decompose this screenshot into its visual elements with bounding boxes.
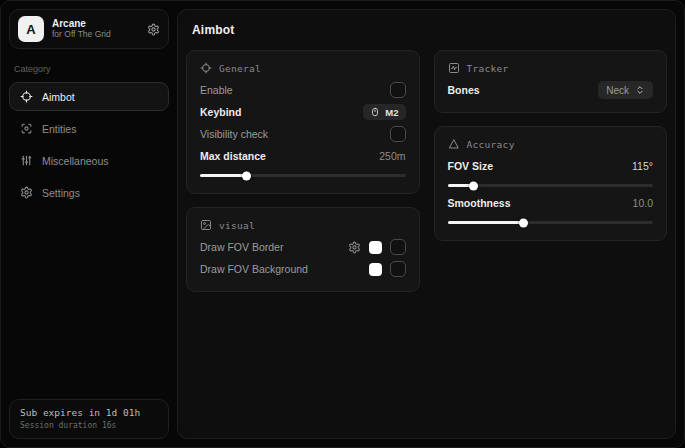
card-title: Tracker xyxy=(467,63,509,74)
chevrons-up-down-icon xyxy=(635,85,645,95)
max-distance-row: Max distance 250m xyxy=(200,145,406,167)
triangle-icon xyxy=(448,138,460,150)
enable-label: Enable xyxy=(200,84,233,96)
enable-row: Enable xyxy=(200,79,406,101)
app-logo-card: A Arcane for Off The Grid xyxy=(9,9,169,49)
draw-fov-border-checkbox[interactable] xyxy=(390,239,406,255)
card-tracker: Tracker Bones Neck xyxy=(434,50,668,113)
sliders-icon xyxy=(20,154,33,167)
sidebar-item-label: Settings xyxy=(42,187,80,199)
card-title: visual xyxy=(219,220,255,231)
gear-icon[interactable] xyxy=(147,23,160,36)
sidebar-item-label: Aimbot xyxy=(42,91,75,103)
keybind-label: Keybind xyxy=(200,106,241,118)
visibility-check-row: Visibility check xyxy=(200,123,406,145)
app-window: A Arcane for Off The Grid Category Aimbo… xyxy=(0,0,685,448)
sidebar-item-settings[interactable]: Settings xyxy=(9,178,169,207)
category-label: Category xyxy=(14,64,164,74)
card-general: General Enable Keybind M2 xyxy=(186,50,420,194)
fov-border-color-swatch[interactable] xyxy=(369,241,382,254)
draw-fov-background-checkbox[interactable] xyxy=(390,261,406,277)
sidebar-item-label: Miscellaneous xyxy=(42,155,109,167)
fov-size-slider[interactable] xyxy=(448,184,654,187)
draw-fov-background-label: Draw FOV Background xyxy=(200,263,308,275)
subscription-info-card: Sub expires in 1d 01h Session duration 1… xyxy=(9,399,169,439)
smoothness-row: Smoothness 10.0 xyxy=(448,192,654,214)
logo-letter: A xyxy=(26,22,35,37)
fov-size-row: FOV Size 115° xyxy=(448,155,654,177)
max-distance-value: 250m xyxy=(379,150,405,162)
sidebar-item-miscellaneous[interactable]: Miscellaneous xyxy=(9,146,169,175)
slider-thumb[interactable] xyxy=(519,218,528,227)
mouse-icon xyxy=(370,107,380,117)
card-title: General xyxy=(219,63,261,74)
gear-icon xyxy=(20,186,33,199)
main-panel: Aimbot General Enable xyxy=(177,9,676,439)
draw-fov-background-row: Draw FOV Background xyxy=(200,258,406,280)
app-subtitle: for Off The Grid xyxy=(52,30,111,40)
max-distance-label: Max distance xyxy=(200,150,266,162)
page-title: Aimbot xyxy=(192,23,667,37)
fov-size-value: 115° xyxy=(632,160,653,172)
smoothness-value: 10.0 xyxy=(633,197,653,209)
slider-thumb[interactable] xyxy=(242,171,251,180)
bones-label: Bones xyxy=(448,84,480,96)
app-logo: A xyxy=(18,16,44,42)
card-title: Accuracy xyxy=(467,139,515,150)
draw-fov-border-row: Draw FOV Border xyxy=(200,236,406,258)
fov-size-label: FOV Size xyxy=(448,160,494,172)
card-visual: visual Draw FOV Border Draw xyxy=(186,207,420,292)
keybind-value: M2 xyxy=(385,107,398,118)
fov-background-color-swatch[interactable] xyxy=(369,263,382,276)
card-accuracy: Accuracy FOV Size 115° Smoothness 10.0 xyxy=(434,126,668,241)
bones-selected-value: Neck xyxy=(606,85,629,96)
smoothness-slider[interactable] xyxy=(448,221,654,224)
session-duration-text: Session duration 16s xyxy=(20,421,158,430)
scan-person-icon xyxy=(20,122,33,135)
image-icon xyxy=(200,219,212,231)
sub-expires-text: Sub expires in 1d 01h xyxy=(20,407,158,418)
activity-icon xyxy=(448,62,460,74)
max-distance-slider[interactable] xyxy=(200,174,406,177)
keybind-button[interactable]: M2 xyxy=(363,104,405,120)
smoothness-label: Smoothness xyxy=(448,197,511,209)
slider-thumb[interactable] xyxy=(469,181,478,190)
sidebar-item-entities[interactable]: Entities xyxy=(9,114,169,143)
bones-row: Bones Neck xyxy=(448,79,654,101)
sidebar-item-label: Entities xyxy=(42,123,76,135)
enable-checkbox[interactable] xyxy=(390,82,406,98)
sidebar-nav: Aimbot Entities Miscellaneous Settings xyxy=(9,82,169,210)
crosshair-icon xyxy=(20,90,33,103)
keybind-row: Keybind M2 xyxy=(200,101,406,123)
visibility-check-checkbox[interactable] xyxy=(390,126,406,142)
bones-select[interactable]: Neck xyxy=(598,81,653,99)
visibility-check-label: Visibility check xyxy=(200,128,268,140)
sidebar-item-aimbot[interactable]: Aimbot xyxy=(9,82,169,111)
draw-fov-border-label: Draw FOV Border xyxy=(200,241,283,253)
gear-icon[interactable] xyxy=(348,241,361,254)
app-name: Arcane xyxy=(52,18,111,30)
sidebar: A Arcane for Off The Grid Category Aimbo… xyxy=(1,1,177,447)
crosshair-icon xyxy=(200,62,212,74)
